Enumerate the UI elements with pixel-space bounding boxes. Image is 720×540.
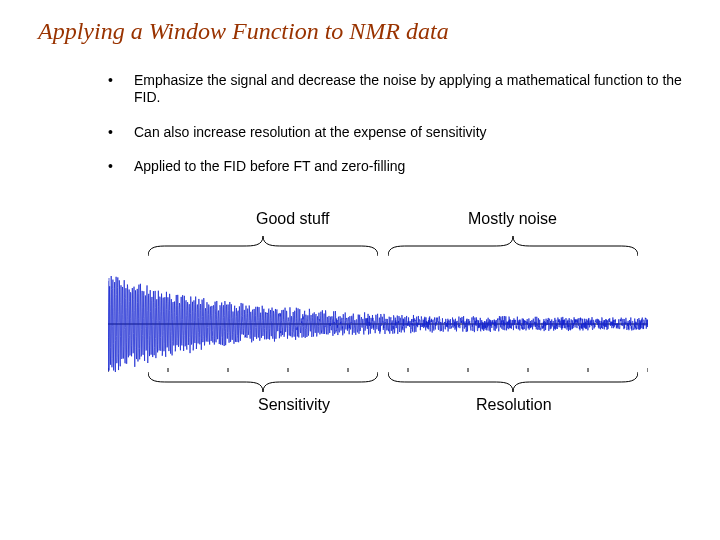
label-mostly-noise: Mostly noise — [468, 210, 557, 228]
bullet-item: Can also increase resolution at the expe… — [112, 124, 712, 141]
bullet-item: Emphasize the signal and decrease the no… — [112, 72, 712, 106]
slide: Applying a Window Function to NMR data E… — [0, 0, 720, 540]
brace-bottom-right — [388, 366, 638, 396]
fid-waveform — [108, 276, 648, 372]
slide-title: Applying a Window Function to NMR data — [38, 18, 449, 45]
bullet-text: Emphasize the signal and decrease the no… — [134, 72, 682, 105]
brace-top-left — [148, 232, 378, 262]
label-resolution: Resolution — [476, 396, 552, 414]
label-sensitivity: Sensitivity — [258, 396, 330, 414]
brace-bottom-left — [148, 366, 378, 396]
bullet-item: Applied to the FID before FT and zero-fi… — [112, 158, 712, 175]
label-good-stuff: Good stuff — [256, 210, 330, 228]
fid-figure: Good stuff Mostly noise Sensitivity Reso… — [108, 210, 648, 450]
bullet-list: Emphasize the signal and decrease the no… — [72, 72, 712, 193]
bullet-text: Can also increase resolution at the expe… — [134, 124, 487, 140]
brace-top-right — [388, 232, 638, 262]
bullet-text: Applied to the FID before FT and zero-fi… — [134, 158, 405, 174]
